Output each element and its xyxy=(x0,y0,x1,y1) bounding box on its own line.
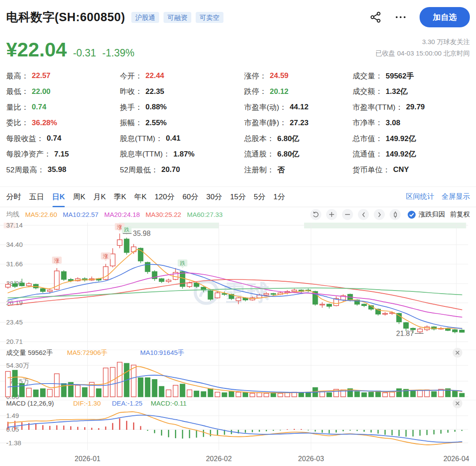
tab-period-分时[interactable]: 分时 xyxy=(6,187,21,207)
stat-label: 昨收： xyxy=(120,86,142,97)
macd-bar xyxy=(426,430,428,435)
volume-bar xyxy=(417,391,422,397)
macd-bar xyxy=(447,430,449,432)
tab-period-日K[interactable]: 日K xyxy=(52,187,65,207)
macd-bar xyxy=(126,421,127,430)
close-macd-pane-icon[interactable] xyxy=(453,399,462,408)
tab-period-年K[interactable]: 年K xyxy=(134,187,146,207)
stat-label: 总股本： xyxy=(244,134,274,144)
chart-text: 涨 xyxy=(117,224,123,230)
stat-label: 52周最低： xyxy=(120,165,158,175)
stat-item: 流通股：6.80亿 xyxy=(244,146,353,162)
stat-value: 7.15 xyxy=(54,150,69,159)
stat-label: 股息(TTM)： xyxy=(120,134,163,144)
stat-label: 换手： xyxy=(120,102,142,112)
pan-left-icon[interactable] xyxy=(358,209,369,220)
stat-item: 每股收益：0.74 xyxy=(6,131,120,147)
close-volume-pane-icon[interactable] xyxy=(453,348,462,358)
volume-bar xyxy=(208,389,213,397)
ma-legend-item: MA10:22.57 xyxy=(63,211,99,218)
chart-link[interactable]: 全屏显示 xyxy=(442,192,470,201)
stat-item: 成交额：1.32亿 xyxy=(353,84,470,100)
macd-bar xyxy=(440,430,442,434)
stat-item: 市净率：3.08 xyxy=(353,115,470,131)
price-change-percent: -1.39% xyxy=(102,47,134,60)
volume-bar xyxy=(110,367,115,397)
tab-period-1分[interactable]: 1分 xyxy=(273,187,285,207)
candlestick xyxy=(320,304,325,305)
volume-bar xyxy=(453,391,457,397)
tab-period-120分[interactable]: 120分 xyxy=(155,187,175,207)
macd-bar xyxy=(161,430,162,436)
tab-period-五日[interactable]: 五日 xyxy=(29,187,44,207)
stat-label: 涨停： xyxy=(244,71,267,81)
stat-value: 22.35 xyxy=(145,87,164,96)
ma-legend-row: 均线 MA5:22.60MA10:22.57MA20:24.18MA30:25.… xyxy=(0,207,476,222)
volume-bar xyxy=(194,391,199,397)
ma-legend-item: MA30:25.22 xyxy=(145,211,181,218)
tab-period-15分[interactable]: 15分 xyxy=(230,187,246,207)
macd-bar xyxy=(154,430,155,433)
tab-period-30分[interactable]: 30分 xyxy=(206,187,222,207)
candlestick xyxy=(110,254,115,266)
macd-bar xyxy=(342,430,344,431)
stat-label: 流通股： xyxy=(244,149,274,159)
stat-item: 最高：22.57 xyxy=(6,68,120,84)
tab-period-60分[interactable]: 60分 xyxy=(182,187,198,207)
stats-column: 今开：22.44昨收：22.35换手：0.88%振幅：2.55%股息(TTM)：… xyxy=(120,68,244,178)
tab-period-月K[interactable]: 月K xyxy=(93,187,106,207)
stat-label: 市净率： xyxy=(353,118,383,128)
add-watchlist-button[interactable]: 加自选 xyxy=(420,7,470,27)
pan-right-icon[interactable] xyxy=(374,209,385,220)
volume-bar xyxy=(285,393,290,397)
zoom-out-icon[interactable] xyxy=(342,209,353,220)
macd-bar xyxy=(357,430,358,431)
stat-value: 44.12 xyxy=(290,103,309,112)
volume-bar xyxy=(166,390,171,397)
attribution-label: 涨跌归因 xyxy=(419,210,445,219)
candle-style-icon[interactable] xyxy=(390,209,401,220)
volume-bar xyxy=(145,378,150,397)
candlestick xyxy=(264,294,269,295)
volume-bar xyxy=(355,391,360,397)
tab-period-5分[interactable]: 5分 xyxy=(254,187,265,207)
market-status: 已收盘 04-03 15:00:00 北京时间 xyxy=(376,48,470,59)
macd-bar xyxy=(287,429,288,430)
volume-bar xyxy=(229,391,234,397)
macd-bar xyxy=(175,430,176,438)
share-icon[interactable] xyxy=(369,11,382,23)
zoom-in-icon[interactable] xyxy=(326,209,337,220)
chart-canvas[interactable]: 37.1434.4031.6628.9226.1923.4520.7154.30… xyxy=(0,222,476,466)
stat-item: 股息率(TTM)：1.87% xyxy=(120,146,244,162)
stock-tag: 可卖空 xyxy=(196,12,223,23)
stat-label: 总市值： xyxy=(353,134,383,144)
macd-bar xyxy=(364,430,365,432)
macd-bar xyxy=(196,430,197,438)
volume-bar xyxy=(243,393,248,397)
chart-text: 35.98 xyxy=(133,230,151,237)
stat-item: 委比：36.28% xyxy=(6,115,120,131)
macd-bar xyxy=(168,430,169,437)
stat-item: 昨收：22.35 xyxy=(120,84,244,100)
chart-link[interactable]: 区间统计 xyxy=(406,192,434,201)
stat-label: 52周最高： xyxy=(6,165,45,175)
macd-bar xyxy=(266,430,267,431)
candlestick xyxy=(236,298,241,301)
chart-text: 涨 xyxy=(103,253,108,259)
candlestick xyxy=(194,283,199,287)
chart-text: 涨 xyxy=(54,257,60,264)
tab-period-季K[interactable]: 季K xyxy=(114,187,126,207)
macd-bar xyxy=(371,430,372,432)
undo-icon[interactable] xyxy=(310,209,321,220)
candlestick xyxy=(459,330,464,332)
attribution-checkbox[interactable]: 涨跌归因 xyxy=(407,210,445,219)
macd-bar xyxy=(70,426,71,430)
stat-item: 注册制：否 xyxy=(244,162,353,178)
candlestick xyxy=(327,304,331,306)
candlestick xyxy=(187,283,192,287)
chart-text: DIF:-1.30 xyxy=(73,399,101,407)
more-options-icon[interactable] xyxy=(395,15,406,19)
adjust-mode-link[interactable]: 前复权 xyxy=(450,210,470,219)
tab-period-周K[interactable]: 周K xyxy=(73,187,85,207)
macd-bar xyxy=(77,427,78,430)
